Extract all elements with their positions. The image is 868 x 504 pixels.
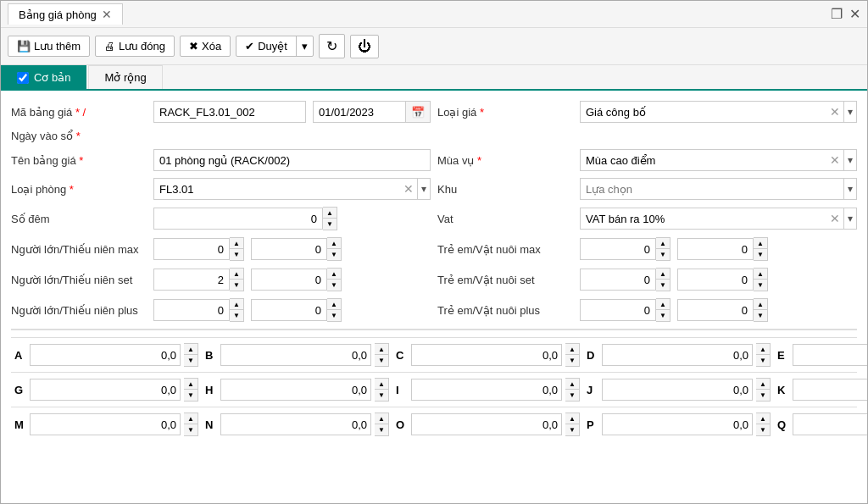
letter-down-btn-A[interactable]: ▼	[184, 355, 198, 366]
ma-bang-gia-input[interactable]	[153, 101, 306, 123]
letter-down-btn-H[interactable]: ▼	[375, 390, 388, 401]
close-button[interactable]: ✕	[849, 6, 860, 22]
letter-input-Q[interactable]	[793, 413, 867, 435]
tre-em-plus-down2[interactable]: ▼	[754, 310, 767, 321]
tab-close-icon[interactable]: ✕	[102, 8, 112, 21]
loai-phong-clear-icon[interactable]: ✕	[400, 182, 417, 196]
letter-down-btn-G[interactable]: ▼	[184, 390, 198, 401]
letter-input-O[interactable]	[411, 413, 562, 435]
nguoi-lon-max-down1[interactable]: ▼	[230, 249, 243, 260]
letter-input-G[interactable]	[30, 379, 181, 401]
tre-em-plus-input2[interactable]	[677, 299, 754, 321]
letter-input-C[interactable]	[411, 344, 562, 366]
nguoi-lon-max-input1[interactable]	[153, 238, 230, 260]
power-button[interactable]: ⏻	[350, 35, 379, 58]
nguoi-lon-set-down1[interactable]: ▼	[230, 280, 243, 291]
letter-input-J[interactable]	[602, 379, 753, 401]
ten-bang-gia-input[interactable]	[153, 149, 431, 171]
duyet-main-button[interactable]: ✔ Duyệt	[236, 36, 297, 56]
nguoi-lon-set-input2[interactable]	[251, 269, 327, 291]
khu-input[interactable]	[581, 179, 843, 199]
letter-up-btn-G[interactable]: ▲	[184, 379, 198, 390]
tre-em-set-input1[interactable]	[580, 269, 656, 291]
letter-down-btn-P[interactable]: ▼	[756, 424, 770, 435]
tre-em-max-up1[interactable]: ▲	[656, 238, 670, 249]
tre-em-plus-down1[interactable]: ▼	[656, 310, 670, 321]
letter-input-N[interactable]	[220, 413, 371, 435]
vat-input[interactable]	[581, 208, 826, 229]
nguoi-lon-set-input1[interactable]	[153, 269, 230, 291]
ngay-vao-so-input[interactable]	[313, 101, 406, 123]
loai-phong-input[interactable]	[154, 179, 400, 199]
letter-input-E[interactable]	[793, 344, 867, 366]
tre-em-max-up2[interactable]: ▲	[754, 238, 767, 249]
tre-em-max-input1[interactable]	[580, 238, 656, 260]
tre-em-set-down2[interactable]: ▼	[754, 280, 767, 291]
tre-em-set-input2[interactable]	[677, 269, 754, 291]
tab-co-ban-checkbox[interactable]	[17, 72, 29, 84]
letter-down-btn-J[interactable]: ▼	[756, 390, 770, 401]
loai-gia-input[interactable]	[581, 102, 826, 122]
letter-input-A[interactable]	[30, 344, 181, 366]
nguoi-lon-set-down2[interactable]: ▼	[327, 280, 341, 291]
mua-vu-arrow-icon[interactable]: ▾	[843, 150, 856, 170]
mua-vu-clear-icon[interactable]: ✕	[826, 153, 843, 167]
letter-up-btn-H[interactable]: ▲	[375, 379, 388, 390]
letter-down-btn-B[interactable]: ▼	[375, 355, 388, 366]
tre-em-max-down2[interactable]: ▼	[754, 249, 767, 260]
nguoi-lon-max-up2[interactable]: ▲	[327, 238, 341, 249]
nguoi-lon-max-down2[interactable]: ▼	[327, 249, 341, 260]
nguoi-lon-plus-up1[interactable]: ▲	[230, 299, 243, 310]
nguoi-lon-max-up1[interactable]: ▲	[230, 238, 243, 249]
loai-phong-arrow-icon[interactable]: ▾	[417, 179, 430, 199]
tre-em-plus-input1[interactable]	[580, 299, 656, 321]
letter-down-btn-C[interactable]: ▼	[565, 355, 579, 366]
letter-down-btn-D[interactable]: ▼	[756, 355, 770, 366]
letter-up-btn-A[interactable]: ▲	[184, 344, 198, 355]
nguoi-lon-plus-down1[interactable]: ▼	[230, 310, 243, 321]
nguoi-lon-plus-input1[interactable]	[153, 299, 230, 321]
letter-input-M[interactable]	[30, 413, 181, 435]
letter-down-btn-O[interactable]: ▼	[565, 424, 579, 435]
letter-input-B[interactable]	[220, 344, 371, 366]
vat-clear-icon[interactable]: ✕	[826, 212, 843, 225]
tre-em-plus-up2[interactable]: ▲	[754, 299, 767, 310]
loai-gia-clear-icon[interactable]: ✕	[826, 105, 843, 119]
nguoi-lon-set-up2[interactable]: ▲	[327, 269, 341, 280]
vat-arrow-icon[interactable]: ▾	[843, 208, 856, 229]
nguoi-lon-plus-up2[interactable]: ▲	[327, 299, 341, 310]
tre-em-plus-up1[interactable]: ▲	[656, 299, 670, 310]
tre-em-max-down1[interactable]: ▼	[656, 249, 670, 260]
mua-vu-input[interactable]	[581, 150, 826, 170]
refresh-button[interactable]: ↻	[319, 34, 345, 58]
letter-input-K[interactable]	[793, 379, 867, 401]
letter-down-btn-I[interactable]: ▼	[565, 390, 579, 401]
nguoi-lon-set-up1[interactable]: ▲	[230, 269, 243, 280]
letter-up-btn-J[interactable]: ▲	[756, 379, 770, 390]
nguoi-lon-max-input2[interactable]	[251, 238, 327, 260]
tre-em-max-input2[interactable]	[677, 238, 754, 260]
letter-up-btn-N[interactable]: ▲	[375, 413, 388, 424]
letter-down-btn-N[interactable]: ▼	[375, 424, 388, 435]
letter-input-H[interactable]	[220, 379, 371, 401]
letter-up-btn-B[interactable]: ▲	[375, 344, 388, 355]
letter-up-btn-O[interactable]: ▲	[565, 413, 579, 424]
letter-up-btn-M[interactable]: ▲	[184, 413, 198, 424]
loai-gia-arrow-icon[interactable]: ▾	[843, 102, 856, 122]
letter-up-btn-D[interactable]: ▲	[756, 344, 770, 355]
letter-input-I[interactable]	[411, 379, 562, 401]
restore-button[interactable]: ❐	[831, 6, 843, 22]
tre-em-set-up1[interactable]: ▲	[656, 269, 670, 280]
so-dem-down-btn[interactable]: ▼	[323, 219, 337, 230]
tab-mo-rong[interactable]: Mở rộng	[88, 65, 162, 89]
khu-arrow-icon[interactable]: ▾	[843, 179, 856, 199]
so-dem-input[interactable]	[153, 208, 323, 230]
letter-up-btn-P[interactable]: ▲	[756, 413, 770, 424]
duyet-dropdown-button[interactable]: ▾	[297, 36, 313, 56]
luu-them-button[interactable]: 💾 Lưu thêm	[8, 36, 90, 57]
xoa-button[interactable]: ✖ Xóa	[180, 36, 231, 57]
letter-up-btn-C[interactable]: ▲	[565, 344, 579, 355]
calendar-icon[interactable]: 📅	[406, 101, 431, 123]
luu-dong-button[interactable]: 🖨 Lưu đóng	[95, 36, 175, 57]
letter-up-btn-I[interactable]: ▲	[565, 379, 579, 390]
